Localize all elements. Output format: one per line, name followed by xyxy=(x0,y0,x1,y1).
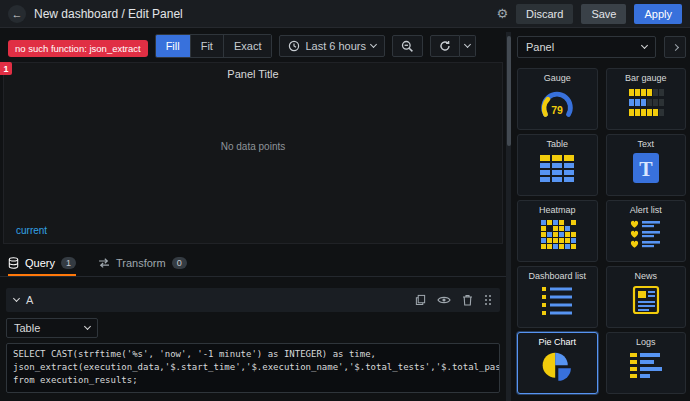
viz-card-label: Logs xyxy=(636,337,656,347)
legend-current[interactable]: current xyxy=(16,225,47,236)
viz-card-heatmap[interactable]: Heatmap xyxy=(517,200,598,262)
format-select[interactable]: Table xyxy=(6,318,98,338)
left-pane-scrollbar[interactable] xyxy=(506,32,511,401)
grafana-app: { "header": { "title": "New dashboard / … xyxy=(0,0,690,401)
viz-card-label: Gauge xyxy=(544,73,571,83)
discard-button[interactable]: Discard xyxy=(516,4,573,24)
panel-preview: Panel Title No data points current xyxy=(3,62,503,244)
collapse-chevron-icon[interactable] xyxy=(13,295,20,302)
clock-icon xyxy=(288,40,300,52)
viz-card-label: Alert list xyxy=(630,205,662,215)
alert-list-icon xyxy=(626,218,666,250)
viz-type-grid: Gauge 79 Bar gauge Table xyxy=(517,68,686,394)
chevron-down-icon xyxy=(370,41,377,48)
transform-icon xyxy=(98,257,110,269)
time-range-label: Last 6 hours xyxy=(305,40,366,52)
panel-settings-gear-icon[interactable]: ⚙ xyxy=(496,6,508,21)
header: ← New dashboard / Edit Panel ⚙ Discard S… xyxy=(0,0,690,28)
save-button[interactable]: Save xyxy=(581,4,626,24)
text-panel-icon: T xyxy=(626,152,666,184)
viz-card-label: Bar gauge xyxy=(625,73,667,83)
news-icon xyxy=(626,284,666,316)
options-pane-select-value: Panel xyxy=(526,41,554,53)
page-title: New dashboard / Edit Panel xyxy=(34,7,183,21)
viz-card-label: Table xyxy=(546,139,568,149)
no-data-message: No data points xyxy=(4,141,502,152)
panel-error-count-badge[interactable]: 1 xyxy=(0,62,12,75)
viz-card-pie-chart[interactable]: Pie Chart xyxy=(517,332,598,394)
chevron-down-icon xyxy=(84,323,91,330)
heatmap-icon xyxy=(537,218,577,250)
database-icon xyxy=(8,257,19,269)
zoom-out-button[interactable] xyxy=(392,35,423,57)
query-count-badge: 1 xyxy=(61,257,76,270)
query-error-tooltip: no such function: json_extract xyxy=(8,40,148,57)
viz-card-label: News xyxy=(634,271,657,281)
active-tab-indicator xyxy=(8,274,76,276)
viz-card-label: Pie Chart xyxy=(538,337,576,347)
panel-title[interactable]: Panel Title xyxy=(4,63,502,80)
refresh-interval-dropdown[interactable] xyxy=(460,35,476,57)
gauge-icon: 79 xyxy=(536,86,578,120)
refresh-group xyxy=(430,35,476,57)
chevron-right-icon xyxy=(671,43,678,50)
duplicate-query-icon[interactable] xyxy=(415,294,426,306)
collapse-options-pane-button[interactable] xyxy=(664,36,686,58)
refresh-icon xyxy=(439,40,451,52)
query-editor: A Table SELECT CAST(strftime('%s', 'now'… xyxy=(6,282,500,401)
tab-transform-label: Transform xyxy=(116,257,166,269)
viz-card-label: Text xyxy=(637,139,654,149)
drag-handle-icon[interactable] xyxy=(484,294,492,306)
chevron-down-icon xyxy=(464,41,471,48)
toggle-visibility-eye-icon[interactable] xyxy=(437,295,451,305)
zoom-out-icon xyxy=(401,40,414,53)
back-arrow-icon: ← xyxy=(12,6,23,22)
viz-card-alert-list[interactable]: Alert list xyxy=(606,200,687,262)
format-select-value: Table xyxy=(14,322,40,334)
bar-gauge-icon xyxy=(626,86,666,118)
fit-mode-button[interactable]: Fit xyxy=(191,35,224,57)
viz-card-text[interactable]: Text T xyxy=(606,134,687,196)
back-button[interactable]: ← xyxy=(8,5,26,23)
editor-tabs: Query 1 Transform 0 xyxy=(0,250,506,277)
fill-mode-button[interactable]: Fill xyxy=(156,35,191,57)
dashboard-list-icon xyxy=(537,284,577,316)
apply-button[interactable]: Apply xyxy=(634,4,682,24)
viz-card-dashboard-list[interactable]: Dashboard list xyxy=(517,266,598,328)
fit-mode-group: Fill Fit Exact xyxy=(155,34,273,58)
viz-card-gauge[interactable]: Gauge 79 xyxy=(517,68,598,130)
viz-card-news[interactable]: News xyxy=(606,266,687,328)
gauge-value-text: 79 xyxy=(551,104,563,116)
query-row-actions xyxy=(415,294,492,306)
viz-card-bar-gauge[interactable]: Bar gauge xyxy=(606,68,687,130)
edit-panel-left-pane: Fill Fit Exact Last 6 hours Panel Title … xyxy=(0,28,506,401)
viz-card-label: Dashboard list xyxy=(528,271,586,281)
options-pane-select[interactable]: Panel xyxy=(517,36,656,58)
viz-card-label: Heatmap xyxy=(539,205,576,215)
table-icon xyxy=(537,152,577,184)
pie-chart-icon xyxy=(540,350,574,384)
sql-query-input[interactable]: SELECT CAST(strftime('%s', 'now', '-1 mi… xyxy=(6,343,500,393)
viz-card-table[interactable]: Table xyxy=(517,134,598,196)
visualization-sidebar: Panel Gauge 79 Bar gauge xyxy=(517,28,690,401)
tab-transform[interactable]: Transform 0 xyxy=(98,250,187,276)
sidebar-header: Panel xyxy=(517,36,686,58)
delete-query-trash-icon[interactable] xyxy=(462,294,473,306)
chevron-down-icon xyxy=(641,42,648,49)
tab-query[interactable]: Query 1 xyxy=(8,250,76,276)
tab-query-label: Query xyxy=(25,257,55,269)
viz-card-logs[interactable]: Logs xyxy=(606,332,687,394)
text-letter: T xyxy=(639,158,653,180)
transform-count-badge: 0 xyxy=(172,257,187,270)
logs-icon xyxy=(626,350,666,382)
refresh-button[interactable] xyxy=(430,35,460,57)
time-range-picker[interactable]: Last 6 hours xyxy=(279,35,385,57)
scrollbar-thumb[interactable] xyxy=(507,36,511,146)
exact-mode-button[interactable]: Exact xyxy=(224,35,272,57)
query-row-header[interactable]: A xyxy=(6,288,500,312)
query-ref-id: A xyxy=(26,294,33,306)
header-actions: ⚙ Discard Save Apply xyxy=(496,4,682,24)
